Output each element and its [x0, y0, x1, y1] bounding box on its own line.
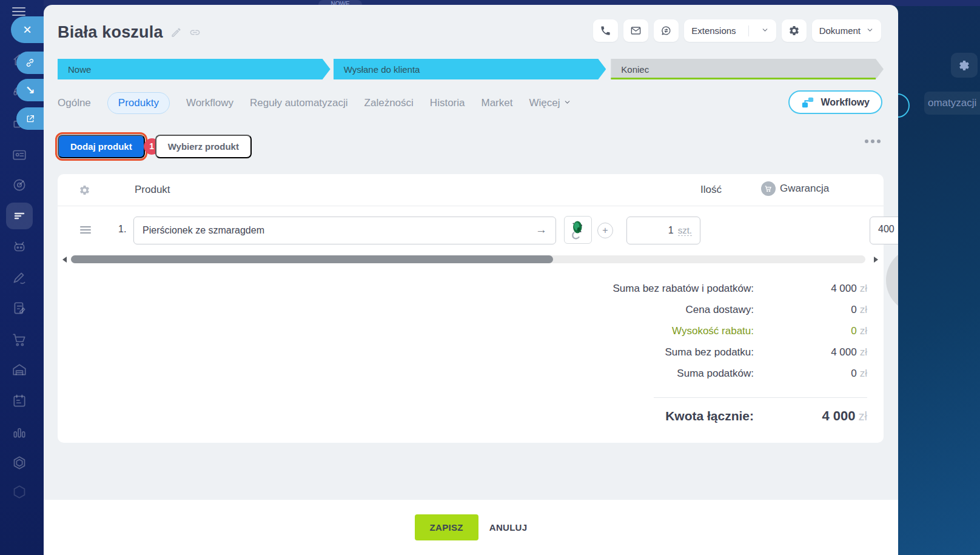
- tab-market[interactable]: Market: [481, 97, 512, 109]
- reports-icon[interactable]: [12, 425, 27, 440]
- summary-row: Suma bez podatku: 4 000zł: [491, 341, 867, 363]
- chevron-down-icon: [866, 25, 874, 36]
- select-product-button[interactable]: Wybierz produkt: [155, 135, 252, 158]
- tab-historia[interactable]: Historia: [430, 97, 465, 109]
- chevron-down-icon: [761, 25, 769, 36]
- header-actions: Extensions Dokument: [593, 19, 881, 42]
- sidebar-item-active-deals[interactable]: [6, 203, 33, 229]
- save-button[interactable]: ZAPISZ: [415, 514, 478, 540]
- column-header-quantity: Ilość: [700, 184, 722, 196]
- scroll-left-arrow[interactable]: [62, 257, 67, 263]
- modules-icon[interactable]: [12, 484, 27, 500]
- mail-icon: [630, 25, 642, 36]
- integrations-icon[interactable]: [12, 455, 27, 471]
- tab-wiecej[interactable]: Więcej: [529, 97, 571, 109]
- workflow-icon: [801, 96, 814, 109]
- quantity-input[interactable]: 1 szt.: [626, 217, 700, 244]
- signature-icon[interactable]: [12, 271, 27, 286]
- phone-icon: [600, 25, 611, 36]
- external-link-icon: [25, 114, 35, 124]
- quantity-unit[interactable]: szt.: [678, 225, 692, 236]
- pipeline-stage-wyslane[interactable]: Wysłane do klienta: [334, 59, 606, 79]
- add-image-button[interactable]: +: [597, 223, 613, 238]
- call-button[interactable]: [593, 19, 618, 42]
- scroll-right-arrow[interactable]: [874, 257, 878, 263]
- tab-workflowy[interactable]: Workflowy: [186, 97, 233, 109]
- table-header: Produkt Ilość Gwarancja: [58, 174, 884, 206]
- copy-link-button[interactable]: [16, 52, 44, 74]
- total-divider: [654, 397, 867, 398]
- stage-progress-line: [611, 78, 876, 79]
- summary-row: Cena dostawy: 0zł: [491, 299, 867, 320]
- product-name-input[interactable]: Pierścionek ze szmaragdem →: [133, 217, 556, 244]
- emerald-ring-image: [567, 219, 589, 241]
- calendar-icon[interactable]: [12, 393, 27, 409]
- tab-ogolne[interactable]: Ogólne: [58, 97, 91, 109]
- gear-icon: [788, 25, 800, 36]
- minimize-button[interactable]: ↘: [16, 79, 44, 101]
- extensions-dropdown[interactable]: Extensions: [684, 19, 776, 42]
- open-product-icon[interactable]: →: [535, 223, 547, 237]
- tab-bar: Ogólne Produkty Workflowy Reguły automat…: [58, 91, 571, 115]
- close-modal-button[interactable]: ×: [11, 16, 44, 43]
- link-record-icon[interactable]: [189, 27, 201, 38]
- record-modal: Biała koszula Extensions Dok: [44, 5, 898, 555]
- column-header-product: Produkt: [135, 184, 170, 196]
- horizontal-scrollbar: [58, 255, 884, 264]
- screen: NOWE omatyzacji × ↘ Biała koszula: [0, 0, 980, 555]
- pipeline-stage-koniec[interactable]: Koniec: [611, 59, 884, 79]
- summary-row: Suma bez rabatów i podatków: 4 000zł: [491, 278, 867, 299]
- total-row: Kwota łącznie: 4 000zł: [491, 403, 867, 429]
- summary-row-discount: Wysokość rabatu: 0zł: [491, 320, 867, 341]
- summary-panel: Suma bez rabatów i podatków: 4 000zł Cen…: [491, 278, 867, 429]
- column-header-warranty: Gwarancja: [761, 181, 829, 196]
- product-row: 1. Pierścionek ze szmaragdem → +: [58, 206, 884, 254]
- quantity-value: 1: [668, 225, 674, 236]
- scrollbar-thumb[interactable]: [71, 255, 553, 263]
- cart-icon: [761, 181, 776, 196]
- close-icon: ×: [23, 21, 32, 38]
- cart-icon[interactable]: [12, 332, 27, 348]
- filter-icon: [12, 209, 27, 223]
- extensions-label: Extensions: [691, 25, 736, 36]
- conversation-button[interactable]: [654, 19, 679, 42]
- page-title: Biała koszula: [58, 23, 163, 42]
- chevron-down-icon: [563, 97, 571, 109]
- document-edit-icon[interactable]: [12, 301, 27, 317]
- divider: [748, 25, 749, 36]
- drag-handle-icon[interactable]: [80, 226, 91, 235]
- edit-title-icon[interactable]: [170, 27, 182, 38]
- add-product-button[interactable]: Dodaj produkt: [58, 135, 145, 158]
- scrollbar-track[interactable]: [71, 255, 865, 263]
- more-options-button[interactable]: [865, 140, 881, 143]
- cancel-button[interactable]: ANULUJ: [489, 522, 528, 533]
- product-toolbar: Dodaj produkt 1 Wybierz produkt: [58, 133, 252, 159]
- document-label: Dokument: [819, 25, 861, 36]
- settings-button[interactable]: [782, 19, 807, 42]
- workflow-button[interactable]: Workflowy: [788, 90, 882, 114]
- pipeline-stage-nowe[interactable]: Nowe: [58, 59, 331, 79]
- tab-produkty[interactable]: Produkty: [107, 92, 170, 114]
- email-button[interactable]: [623, 19, 648, 42]
- bot-icon[interactable]: [12, 239, 27, 255]
- contacts-icon[interactable]: [12, 147, 27, 163]
- table-settings-icon[interactable]: [79, 184, 90, 196]
- products-table: Produkt Ilość Gwarancja 1. Pierścionek z…: [58, 174, 884, 443]
- warehouse-icon[interactable]: [12, 362, 27, 378]
- background-settings-button[interactable]: [951, 53, 978, 78]
- tab-reguly-automatyzacji[interactable]: Reguły automatyzacji: [250, 97, 348, 109]
- product-thumbnail[interactable]: [564, 216, 592, 244]
- title-row: Biała koszula: [58, 23, 201, 42]
- open-in-new-window-button[interactable]: [16, 107, 44, 130]
- price-value: 400: [878, 224, 894, 235]
- chat-transfer-icon: [660, 25, 672, 36]
- tab-zaleznosci[interactable]: Zależności: [364, 97, 414, 109]
- document-type-dropdown[interactable]: Dokument: [812, 19, 881, 42]
- drag-overlay-circle: [886, 247, 898, 313]
- background-partial-tab: omatyzacji: [924, 92, 980, 115]
- goals-icon[interactable]: [12, 177, 27, 193]
- summary-row: Suma podatków: 0zł: [491, 363, 867, 384]
- gear-icon: [958, 59, 970, 72]
- minimize-icon: ↘: [25, 83, 35, 97]
- modal-footer: ZAPISZ ANULUJ: [44, 500, 898, 555]
